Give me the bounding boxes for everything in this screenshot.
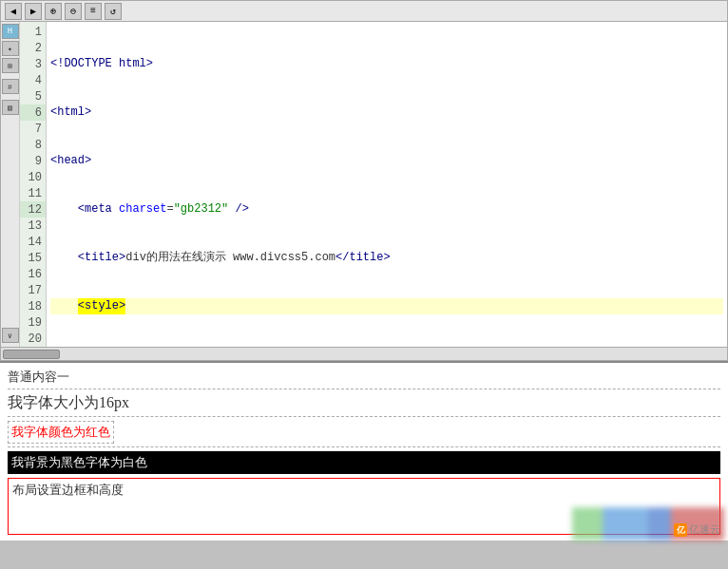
code-line-5: <title>div的用法在线演示 www.divcss5.com</title… <box>50 250 723 266</box>
editor-body: H ✦ ⊞ # ▤ ∨ 1 2 3 4 5 6 7 8 9 10 11 12 1… <box>1 22 727 347</box>
code-editor: ◀ ▶ ⊕ ⊖ ≡ ↺ H ✦ ⊞ # ▤ ∨ 1 2 3 4 5 6 7 8 <box>0 0 728 361</box>
toolbar-btn-6[interactable]: ↺ <box>105 3 122 20</box>
code-line-2: <html> <box>50 104 723 121</box>
code-line-6: <style> <box>50 298 723 314</box>
code-area[interactable]: 1 2 3 4 5 6 7 8 9 10 11 12 13 14 15 16 1… <box>20 22 727 347</box>
side-btn-6[interactable]: ∨ <box>2 328 19 343</box>
code-line-4: <meta charset="gb2312" /> <box>50 201 723 218</box>
watermark: 亿亿速云 <box>674 522 720 537</box>
toolbar-btn-5[interactable]: ≡ <box>85 3 102 20</box>
code-line-3: <head> <box>50 153 723 169</box>
side-btn-5[interactable]: ▤ <box>2 100 19 115</box>
scrollbar-thumb[interactable] <box>3 350 60 359</box>
preview-normal: 普通内容一 <box>8 369 720 389</box>
toolbar-btn-3[interactable]: ⊕ <box>45 3 62 20</box>
watermark-text: 亿速云 <box>689 523 720 535</box>
toolbar-btn-4[interactable]: ⊖ <box>65 3 82 20</box>
side-btn-4[interactable]: # <box>2 79 19 94</box>
watermark-logo: 亿 <box>674 523 687 537</box>
preview-container: 普通内容一 我字体大小为16px 我字体颜色为红色 我背景为黑色字体为白色 布局… <box>0 361 728 541</box>
preview-red: 我字体颜色为红色 <box>8 421 114 444</box>
code-line-1: <!DOCTYPE html> <box>50 56 723 72</box>
horizontal-scrollbar[interactable] <box>1 347 727 360</box>
toolbar-btn-1[interactable]: ◀ <box>5 3 22 20</box>
preview-white-on-black: 我背景为黑色字体为白色 <box>8 451 720 474</box>
line-numbers: 1 2 3 4 5 6 7 8 9 10 11 12 13 14 15 16 1… <box>20 22 47 347</box>
editor-toolbar: ◀ ▶ ⊕ ⊖ ≡ ↺ <box>1 1 727 22</box>
code-content[interactable]: <!DOCTYPE html> <html> <head> <meta char… <box>47 22 727 347</box>
side-btn-3[interactable]: ⊞ <box>2 58 19 73</box>
side-btn-1[interactable]: H <box>2 24 19 39</box>
side-btn-2[interactable]: ✦ <box>2 41 19 56</box>
side-toolbar: H ✦ ⊞ # ▤ ∨ <box>1 22 20 347</box>
preview-font16: 我字体大小为16px <box>8 393 720 417</box>
toolbar-btn-2[interactable]: ▶ <box>25 3 42 20</box>
